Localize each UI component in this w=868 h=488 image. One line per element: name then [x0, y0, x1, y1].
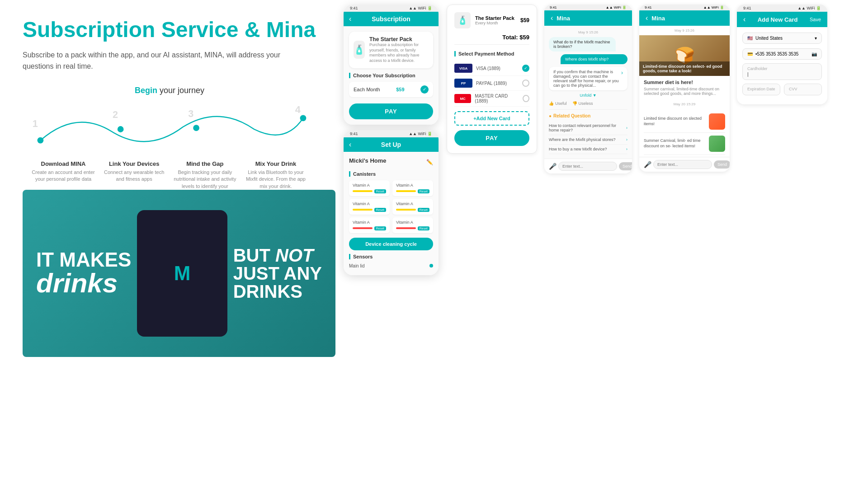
add-card-title: Add New Card	[758, 16, 798, 23]
chevron-right-icon: ›	[626, 137, 627, 142]
news-title: Mina	[651, 15, 665, 22]
cvv-field[interactable]: CVV	[784, 84, 822, 95]
product-desc: Purchase a subscription for yourself, fr…	[369, 42, 429, 64]
news-body: May 9 15:26 🍞 Limited-time discount on s…	[639, 26, 730, 157]
expiration-field[interactable]: Expiration Date	[742, 84, 780, 95]
middle-phones: 9:41 ▲▲ WiFi 🔋 ‹ Subscription 🧴 The Star…	[339, 0, 443, 488]
device-clean-button[interactable]: Device cleaning cycle	[349, 238, 433, 250]
camera-icon[interactable]: 📷	[811, 52, 817, 56]
visa-logo: VISA	[454, 64, 472, 73]
paypal-option[interactable]: PP PAYPAL (1889)	[454, 76, 529, 91]
page-title: Subscription Service & Mina	[23, 18, 316, 42]
chat-header: ‹ Mina	[544, 10, 632, 26]
news-hero-image: 🍞 Limited-time discount on select- ed go…	[639, 35, 730, 76]
svg-point-2	[193, 125, 199, 131]
chat-title: Mina	[557, 15, 570, 22]
news-chat-input[interactable]	[653, 160, 712, 169]
journey-section: Begin your journey 1 2 3 4 Download MINA…	[23, 86, 316, 176]
mastercard-logo: MC	[454, 94, 471, 103]
svg-text:4: 4	[295, 104, 301, 115]
subscription-status-bar: 9:41 ▲▲ WiFi 🔋	[344, 5, 439, 12]
setup-back-arrow-icon[interactable]: ‹	[349, 141, 351, 149]
useful-row: 👍 Useful 👎 Useless	[549, 101, 627, 106]
card-bottom-row: Expiration Date CVV	[742, 84, 822, 99]
payment-method-title: Select Payment Method	[454, 51, 529, 56]
hero-image: IT MAKES Drinks M BUT not JUST ANY DRINK…	[23, 190, 335, 357]
news-article-text-2: Summer Carnival, limit- ed time discount…	[644, 138, 705, 149]
setup-phone: 9:41 ▲▲ WiFi 🔋 ‹ Set Up Micki's Home ✏️ …	[344, 130, 439, 275]
payment-product-info: The Starter Pack Every Month	[475, 15, 514, 25]
news-main-desc: Summer carnival, limited-time discount o…	[639, 87, 730, 99]
chat-send-button[interactable]: Send	[619, 162, 632, 170]
chat-input[interactable]	[558, 162, 617, 171]
canisters-grid: Vitamin A Reset Vitamin A Reset Vitamin …	[349, 180, 433, 233]
svg-text:2: 2	[113, 109, 118, 120]
chevron-right-icon: ›	[626, 147, 627, 151]
begin-label: Begin	[135, 86, 157, 95]
microphone-icon[interactable]: 🎤	[549, 163, 557, 170]
svg-point-3	[300, 115, 307, 121]
mastercard-option[interactable]: MC MASTER CARD (1889)	[454, 91, 529, 107]
chat-bot-response: Where does Mixfit ship?	[561, 54, 627, 64]
choose-sub-title: Choose Your Subscription	[349, 73, 433, 78]
chevron-right-icon: ›	[626, 126, 627, 130]
related-item-1[interactable]: How to contact relevant personnel for ho…	[549, 121, 627, 135]
payment-product-row: 🧴 The Starter Pack Every Month $59	[454, 12, 529, 28]
news-main-title: Summer diet is here!	[639, 76, 730, 87]
setup-status-bar: 9:41 ▲▲ WiFi 🔋	[344, 130, 439, 137]
chat-status-bar: 9:41 ▲▲ WiFi 🔋	[544, 5, 632, 10]
cardholder-field[interactable]: Cardholder |	[742, 63, 822, 80]
unfold-label[interactable]: Unfold ▼	[549, 93, 627, 98]
pay-large-button[interactable]: PAY	[454, 130, 529, 146]
home-title: Micki's Home	[349, 157, 387, 164]
add-card-button[interactable]: +Add New Card	[454, 111, 529, 126]
card-number: •535 3535 3535 3535	[755, 52, 798, 56]
news-mic-icon[interactable]: 🎤	[644, 161, 651, 168]
news-article-text-1: Limited time discount on slected items!	[644, 116, 705, 127]
flag-icon: 🇺🇸	[747, 36, 753, 41]
add-card-panel: 9:41 ▲▲ WiFi 🔋 ‹ Add New Card Save 🇺🇸 Un…	[737, 5, 827, 104]
back-arrow-icon[interactable]: ‹	[349, 15, 351, 23]
country-select[interactable]: 🇺🇸 United States ▾	[742, 33, 822, 44]
chat-back-arrow[interactable]: ‹	[551, 14, 553, 22]
related-item-2[interactable]: Where are the Mixfit physical stores? ›	[549, 135, 627, 145]
useful-button[interactable]: 👍 Useful	[549, 101, 567, 106]
add-card-back-arrow[interactable]: ‹	[743, 15, 745, 23]
setup-body: Micki's Home ✏️ Canisters Vitamin A Rese…	[344, 152, 439, 275]
hero-device: M	[137, 210, 227, 337]
chat-panel: 9:41 ▲▲ WiFi 🔋 ‹ Mina May 9 15:26 What d…	[544, 5, 632, 174]
save-label[interactable]: Save	[810, 17, 821, 22]
payment-product-sub: Every Month	[475, 21, 514, 25]
news-send-button[interactable]: Send	[714, 160, 730, 169]
device-logo: M	[174, 262, 191, 285]
subscription-option[interactable]: Each Month $59 ✓	[349, 82, 433, 97]
news-thumb-2	[709, 136, 725, 152]
news-back-arrow[interactable]: ‹	[646, 14, 648, 22]
canisters-title: Canisters	[349, 171, 433, 177]
useless-button[interactable]: 👎 Useless	[572, 101, 593, 106]
chat-question: What do to if the Mixfit machine is brok…	[549, 37, 616, 52]
related-item-3[interactable]: How to buy a new Mixfit device? ›	[549, 145, 627, 154]
add-card-status-bar: 9:41 ▲▲ WiFi 🔋	[737, 5, 827, 12]
card-number-row: 💳 •535 3535 3535 3535 📷	[742, 48, 822, 60]
visa-option[interactable]: VISA VISA (1889) ✓	[454, 61, 529, 76]
news-date-1: May 9 15:26	[639, 26, 730, 35]
setup-title: Set Up	[381, 141, 401, 148]
subscription-body: 🧴 The Starter Pack Purchase a subscripti…	[344, 26, 439, 125]
related-section: ● Related Question How to contact releva…	[549, 109, 627, 154]
news-article-item-2[interactable]: Summer Carnival, limit- ed time discount…	[644, 133, 725, 155]
canister-item: Vitamin A Reset	[392, 199, 433, 215]
news-article-item-1[interactable]: Limited time discount on slected items!	[644, 111, 725, 133]
payment-product-name: The Starter Pack	[475, 15, 514, 21]
edit-icon[interactable]: ✏️	[426, 159, 433, 165]
product-row: 🧴 The Starter Pack Purchase a subscripti…	[349, 32, 433, 68]
pay-button[interactable]: PAY	[349, 103, 433, 119]
canister-item: Vitamin A Reset	[349, 217, 390, 233]
product-icon: 🧴	[354, 41, 365, 59]
chevron-down-icon: ▾	[815, 36, 817, 41]
news-articles-list: Limited time discount on slected items! …	[639, 109, 730, 157]
news-header: ‹ Mina	[639, 10, 730, 26]
chevron-right-icon: ›	[621, 70, 623, 88]
hero-right-text: BUT not JUST ANY DRINKS	[233, 246, 322, 300]
add-card-header: ‹ Add New Card Save	[737, 12, 827, 27]
